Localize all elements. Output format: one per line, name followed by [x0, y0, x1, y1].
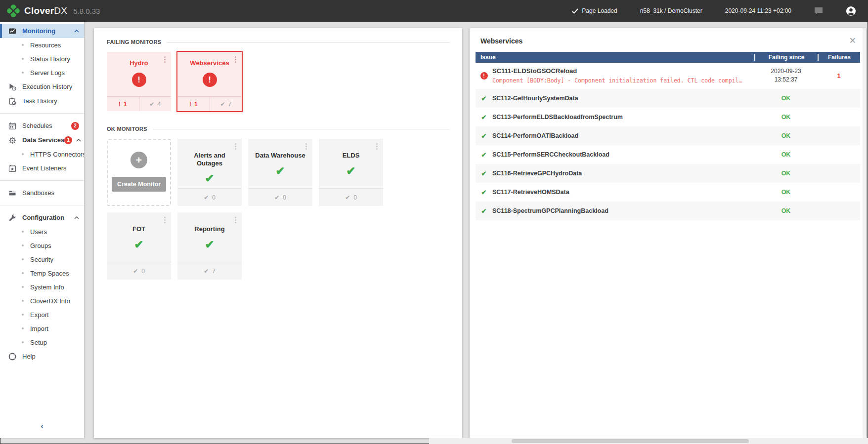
ok-monitors-header: OK MONITORS	[107, 126, 449, 132]
horizontal-scrollbar-thumb[interactable]	[512, 439, 749, 443]
sidebar-item-sandboxes[interactable]: Sandboxes	[0, 186, 84, 200]
chevron-up-icon	[74, 216, 79, 219]
sidebar-collapse-button[interactable]: ‹	[0, 421, 84, 431]
ok-count: 0	[141, 268, 145, 275]
kebab-menu-icon[interactable]	[376, 143, 378, 145]
monitors-panel: FAILING MONITORS Hydro ! !1 ✔4 Webservic…	[94, 28, 462, 438]
kebab-menu-icon[interactable]	[235, 56, 236, 58]
user-account-icon[interactable]	[846, 6, 856, 16]
issue-row[interactable]: ✔ SC116-RetrieveGPCHydroData OK	[476, 164, 860, 183]
error-status-icon: !	[203, 73, 217, 87]
plus-icon: +	[130, 152, 147, 168]
monitor-card-alerts-and-outages[interactable]: Alerts and Outages ✔ ✔0	[177, 139, 242, 206]
issue-name: SC111-ELDStoGSOCReload	[492, 67, 754, 75]
close-icon[interactable]: ✕	[846, 36, 859, 46]
monitor-card-hydro[interactable]: Hydro ! !1 ✔4	[107, 52, 171, 111]
monitor-card-webservices[interactable]: Webservices ! !1 ✔7	[177, 52, 242, 111]
sidebar-item-https-connectors[interactable]: HTTPS Connectors	[0, 147, 84, 161]
card-body: FOT ✔	[107, 212, 171, 262]
chevron-up-icon	[76, 139, 81, 142]
issue-row[interactable]: ✔ SC114-PerformOATIBackload OK	[476, 126, 860, 145]
sidebar-item-label: Execution History	[22, 83, 72, 90]
sidebar-item-execution-history[interactable]: Execution History	[0, 80, 84, 94]
sidebar-item-task-history[interactable]: Task History	[0, 94, 84, 108]
check-icon: ✔	[345, 194, 350, 201]
brand-light: DX	[54, 5, 67, 16]
card-footer: !1 ✔4	[107, 96, 171, 111]
sidebar-item-help[interactable]: Help	[0, 349, 84, 363]
sidebar-item-status-history[interactable]: Status History	[0, 52, 84, 66]
sidebar-item-configuration[interactable]: Configuration	[0, 210, 84, 225]
failing-monitors-label: FAILING MONITORS	[107, 39, 161, 45]
ok-count-cell: ✔4	[139, 97, 172, 111]
kebab-menu-icon[interactable]	[164, 217, 166, 218]
ok-check-icon: ✔	[476, 189, 492, 196]
bullet-icon	[22, 231, 24, 233]
sidebar-item-cloverdx-info[interactable]: CloverDX Info	[0, 294, 84, 308]
issue-row-error[interactable]: ! SC111-ELDStoGSOCReload Component [BODY…	[476, 63, 860, 89]
status-ok: OK	[754, 151, 818, 158]
sidebar-item-label: Server Logs	[30, 69, 65, 77]
monitor-card-fot[interactable]: FOT ✔ ✔0	[107, 212, 171, 280]
kebab-menu-icon[interactable]	[305, 143, 307, 145]
monitor-card-reporting[interactable]: Reporting ✔ ✔7	[177, 212, 242, 280]
sidebar-item-temp-spaces[interactable]: Temp Spaces	[0, 266, 84, 280]
sidebar-item-setup[interactable]: Setup	[0, 335, 84, 349]
sidebar-item-label: Configuration	[22, 214, 64, 221]
monitor-title: Webservices	[177, 52, 242, 67]
sidebar-item-label: Temp Spaces	[30, 270, 69, 277]
kebab-menu-icon[interactable]	[235, 217, 236, 218]
monitoring-icon	[8, 27, 16, 35]
ok-monitors-row: + Create Monitor Alerts and Outages ✔ ✔0…	[107, 139, 449, 280]
horizontal-scrollbar[interactable]	[429, 438, 868, 444]
bullet-icon	[22, 258, 24, 260]
feedback-icon[interactable]	[814, 7, 823, 15]
issue-name: SC116-RetrieveGPCHydroData	[492, 170, 754, 177]
create-monitor-card[interactable]: + Create Monitor	[107, 139, 171, 206]
issue-cell: SC111-ELDStoGSOCReload Component [BODY:B…	[492, 67, 754, 84]
issue-row[interactable]: ✔ SC115-PerformSERCCheckoutBackload OK	[476, 145, 860, 164]
brand-bold: Clover	[24, 5, 54, 16]
sidebar-item-users[interactable]: Users	[0, 225, 84, 239]
ok-status-icon: ✔	[177, 239, 242, 250]
issue-row[interactable]: ✔ SC113-PerformELDSBackloadfromSpectrum …	[476, 108, 860, 126]
issue-row[interactable]: ✔ SC112-GetHourlySystemData OK	[476, 89, 860, 108]
sidebar-item-data-services[interactable]: Data Services 1	[0, 133, 84, 147]
kebab-menu-icon[interactable]	[164, 56, 166, 58]
sidebar-item-resources[interactable]: Resources	[0, 38, 84, 52]
sidebar-item-monitoring[interactable]: Monitoring	[0, 24, 84, 38]
kebab-menu-icon[interactable]	[235, 143, 236, 145]
sidebar-item-event-listeners[interactable]: Event Listeners	[0, 161, 84, 175]
monitor-card-elds[interactable]: ELDS ✔ ✔0	[319, 139, 383, 206]
panel-header: Webservices ✕	[470, 28, 866, 52]
sidebar-item-label: Status History	[30, 55, 70, 63]
sidebar-item-system-info[interactable]: System Info	[0, 280, 84, 294]
ok-count: 0	[353, 194, 357, 201]
sidebar-item-import[interactable]: Import	[0, 322, 84, 335]
issue-row[interactable]: ✔ SC118-SpectrumGPCPlanningBackload OK	[476, 202, 860, 220]
bullet-icon	[22, 286, 24, 288]
sidebar-item-label: HTTPS Connectors	[30, 151, 84, 158]
sidebar-item-schedules[interactable]: Schedules 2	[0, 119, 84, 133]
card-footer: ✔0	[107, 262, 171, 280]
panel-title: Webservices	[480, 37, 522, 45]
status-ok: OK	[754, 189, 818, 196]
status-ok: OK	[754, 114, 818, 121]
card-body: Data Warehouse ✔	[248, 139, 312, 188]
issue-name: SC114-PerformOATIBackload	[492, 132, 754, 139]
cloverdx-logo[interactable]: CloverDX	[7, 4, 67, 17]
event-listeners-icon	[8, 164, 16, 172]
sidebar-item-security[interactable]: Security	[0, 252, 84, 266]
sidebar-item-groups[interactable]: Groups	[0, 239, 84, 252]
issue-name: SC113-PerformELDSBackloadfromSpectrum	[492, 114, 754, 121]
sidebar-item-server-logs[interactable]: Server Logs	[0, 66, 84, 80]
bullet-icon	[22, 244, 24, 246]
sidebar-item-export[interactable]: Export	[0, 308, 84, 322]
create-monitor-button[interactable]: Create Monitor	[112, 177, 166, 192]
bullet-icon	[22, 44, 24, 46]
issue-row[interactable]: ✔ SC117-RetrieveHOMSData OK	[476, 183, 860, 202]
monitor-card-data-warehouse[interactable]: Data Warehouse ✔ ✔0	[248, 139, 312, 206]
vertical-scrollbar[interactable]	[863, 28, 866, 438]
failing-count-cell: !1	[177, 97, 210, 111]
error-icon: !	[480, 72, 488, 80]
